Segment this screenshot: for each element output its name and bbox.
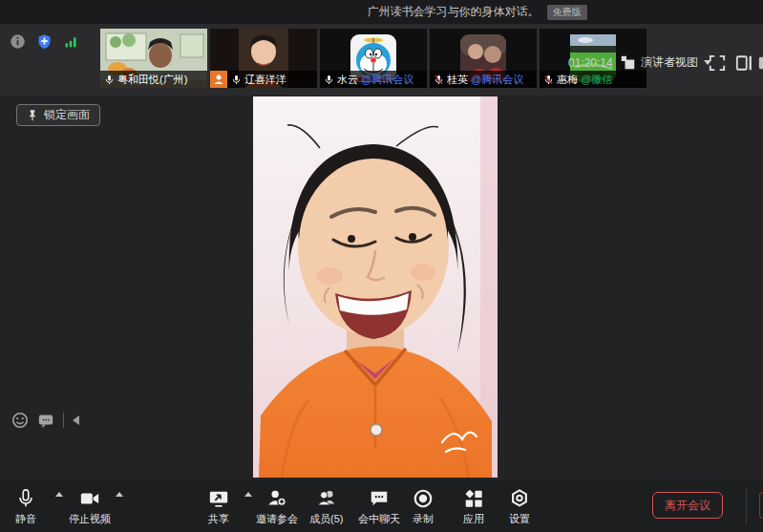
partial-clipped-button — [759, 492, 763, 519]
apps-label: 应用 — [463, 512, 484, 526]
participant-name: 辽喜洋洋 — [244, 73, 286, 87]
participant-suffix: @腾讯会议 — [471, 73, 523, 87]
mic-on-icon — [104, 74, 115, 85]
title-group: 广州读书会学习与你的身体对话。 免费版 — [368, 0, 587, 24]
participant-suffix: @微信 — [581, 73, 612, 87]
members-icon — [316, 488, 337, 509]
participant-label: 惠梅@微信 — [540, 71, 646, 88]
chat-label: 会中聊天 — [358, 512, 400, 526]
main-video[interactable] — [253, 96, 498, 478]
meeting-info-icon[interactable] — [10, 33, 26, 50]
participant-label: 水云@腾讯会议 — [320, 71, 427, 88]
meeting-title: 广州读书会学习与你的身体对话。 — [368, 4, 540, 20]
apps-grid-icon — [463, 488, 484, 509]
participant-label: 桂英@腾讯会议 — [430, 71, 537, 88]
quick-chat-icon[interactable] — [37, 412, 54, 429]
meeting-window: 广州读书会学习与你的身体对话。 免费版 — [0, 0, 763, 532]
members-button[interactable]: 成员(5) — [309, 488, 343, 526]
lock-view-button[interactable]: 锁定画面 — [16, 104, 100, 126]
participant-label: 辽喜洋洋 — [227, 71, 317, 88]
settings-button[interactable]: 设置 — [509, 488, 530, 526]
record-label: 录制 — [413, 512, 434, 526]
meeting-timer: 01:20:14 — [568, 56, 613, 70]
share-screen-icon — [208, 488, 229, 509]
participant-name: 桂英 — [447, 73, 468, 87]
security-shield-icon[interactable] — [36, 33, 53, 50]
participant-tile-1[interactable]: 粤和田悦(广州) — [100, 29, 207, 88]
free-version-badge[interactable]: 免费版 — [547, 5, 587, 20]
settings-label: 设置 — [509, 512, 530, 526]
invite-button[interactable]: 邀请参会 — [256, 488, 298, 526]
mic-muted-icon — [434, 74, 444, 85]
leave-meeting-button[interactable]: 离开会议 — [652, 492, 723, 519]
mic-on-icon — [324, 74, 334, 85]
mic-options-caret[interactable] — [55, 492, 63, 497]
meeting-chat-button[interactable]: 会中聊天 — [358, 488, 400, 526]
camera-icon — [79, 488, 100, 509]
divider — [63, 413, 64, 428]
emoji-reaction-icon[interactable] — [11, 412, 29, 429]
network-signal-icon[interactable] — [63, 33, 79, 50]
members-label: 成员(5) — [309, 512, 343, 526]
title-bar: 广州读书会学习与你的身体对话。 免费版 — [0, 0, 763, 24]
invite-person-icon — [266, 488, 287, 509]
partial-clipped-icon — [757, 54, 763, 72]
record-button[interactable]: 录制 — [413, 488, 434, 526]
invite-label: 邀请参会 — [256, 512, 298, 526]
participant-name: 水云 — [337, 73, 358, 87]
mute-button[interactable]: 静音 — [15, 488, 36, 526]
chat-bubble-icon — [369, 488, 390, 509]
participant-name: 惠梅 — [557, 73, 578, 87]
side-by-side-layout-icon[interactable] — [735, 54, 752, 72]
participant-tile-3[interactable]: 水云@腾讯会议 — [320, 29, 427, 88]
collapse-reactions-arrow-icon[interactable] — [73, 415, 79, 425]
stop-video-label: 停止视频 — [69, 512, 111, 526]
settings-gear-icon — [509, 488, 530, 509]
lock-view-label: 锁定画面 — [44, 107, 90, 123]
main-stage: 锁定画面 — [0, 96, 763, 480]
pin-icon — [27, 109, 38, 122]
record-icon — [413, 488, 434, 509]
share-label: 共享 — [208, 512, 229, 526]
share-options-caret[interactable] — [244, 492, 252, 497]
participant-tile-4[interactable]: 桂英@腾讯会议 — [430, 29, 537, 88]
share-screen-button[interactable]: 共享 — [208, 488, 229, 526]
mic-on-icon — [231, 74, 242, 85]
host-person-icon — [213, 74, 224, 85]
view-mode-selector[interactable]: 演讲者视图 — [621, 53, 711, 71]
video-options-caret[interactable] — [116, 492, 123, 497]
apps-button[interactable]: 应用 — [463, 488, 484, 526]
top-strip: 粤和田悦(广州) — [0, 24, 763, 96]
participant-suffix: @腾讯会议 — [361, 73, 413, 87]
bottom-toolbar: 静音 停止视频 共享 — [0, 480, 763, 532]
view-mode-label: 演讲者视图 — [641, 54, 698, 71]
speaker-view-icon — [621, 55, 635, 70]
participant-label: 粤和田悦(广州) — [100, 71, 207, 88]
participant-name: 粤和田悦(广州) — [117, 73, 187, 87]
toolbar-divider — [746, 487, 747, 525]
host-badge — [210, 71, 227, 88]
reaction-bar — [11, 412, 79, 429]
microphone-icon — [15, 488, 36, 509]
status-icons — [10, 33, 79, 50]
participant-tile-2[interactable]: 辽喜洋洋 — [210, 29, 317, 88]
stop-video-button[interactable]: 停止视频 — [69, 488, 111, 526]
mic-muted-icon — [543, 74, 554, 85]
mute-label: 静音 — [15, 512, 36, 526]
fullscreen-icon[interactable] — [709, 54, 726, 72]
